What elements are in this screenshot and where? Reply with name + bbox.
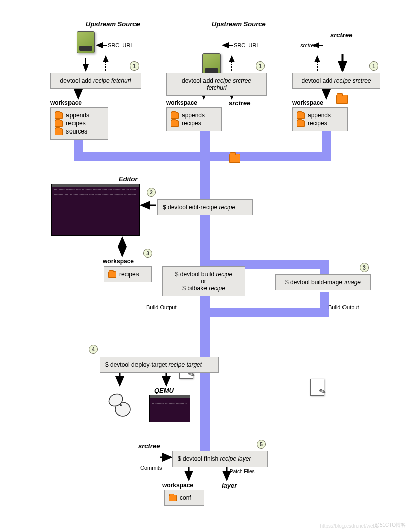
cmd-arg: recipe srctree bbox=[334, 77, 371, 84]
step-badge-4: 4 bbox=[89, 345, 98, 354]
folder-icon bbox=[169, 495, 177, 501]
folder-label: appends bbox=[308, 112, 331, 119]
upstream-source-title-2: Upstream Source bbox=[212, 20, 266, 28]
flip-phone-icon bbox=[107, 390, 132, 418]
cmd-text: $ devtool build-image bbox=[285, 279, 344, 286]
step-badge-1b: 1 bbox=[256, 61, 265, 71]
folder-label: recipes bbox=[182, 120, 201, 127]
srctree-commits-title: srctree bbox=[138, 442, 160, 450]
workspace-box-2: appends recipes bbox=[166, 107, 222, 131]
srctree-small-label: srctree bbox=[300, 42, 317, 48]
folder-icon bbox=[297, 120, 305, 127]
workspace-conf-box: conf bbox=[164, 490, 204, 506]
src-uri-label-1: SRC_URI bbox=[108, 42, 132, 48]
workspace-box-3: appends recipes bbox=[292, 107, 348, 131]
editor-title: Editor bbox=[119, 175, 138, 183]
devtool-finish-box: $ devtool finish recipe layer bbox=[172, 451, 268, 467]
devtool-build-image-box: $ devtool build-image image bbox=[275, 274, 371, 290]
devtool-add-box-2: devtool add recipe srctree fetchuri bbox=[166, 73, 267, 96]
build-output-label-1: Build Output bbox=[146, 304, 177, 310]
step-badge-1a: 1 bbox=[130, 61, 139, 71]
upstream-source-title-1: Upstream Source bbox=[86, 20, 140, 28]
folder-label: recipes bbox=[119, 271, 139, 278]
srctree-label-2: srctree bbox=[229, 99, 250, 107]
editor-terminal-icon: ~~~ ~~~~~ ~~~~~~~ ~~~~ ~~ ~~~~~ ~~~~~~~ … bbox=[51, 184, 140, 236]
qemu-title: QEMU bbox=[154, 387, 174, 394]
cmd-text: devtool add bbox=[182, 77, 215, 84]
patch-files-label: Patch Files bbox=[230, 469, 254, 474]
cmd-text: $ devtool build bbox=[175, 271, 216, 278]
cmd-arg: recipe target bbox=[168, 361, 202, 368]
step-badge-2: 2 bbox=[147, 188, 156, 197]
terminal-header bbox=[150, 395, 190, 398]
folder-icon bbox=[55, 112, 63, 119]
cmd-text: $ devtool edit-recipe bbox=[163, 204, 219, 211]
cmd-arg: recipe bbox=[216, 271, 233, 278]
folder-icon bbox=[297, 112, 305, 119]
folder-icon bbox=[55, 120, 63, 127]
cmd-text: devtool add bbox=[60, 77, 93, 84]
workspace-title-1: workspace bbox=[50, 99, 82, 106]
layer-title: layer bbox=[222, 482, 237, 489]
folder-label: recipes bbox=[66, 120, 86, 127]
srctree-folder-icon-2 bbox=[229, 154, 240, 163]
folder-label: recipes bbox=[308, 120, 327, 127]
devtool-build-box: $ devtool build recipe or $ bitbake reci… bbox=[162, 266, 245, 296]
step-badge-5: 5 bbox=[257, 440, 266, 449]
folder-icon bbox=[108, 271, 116, 278]
folder-label: appends bbox=[182, 112, 205, 119]
svg-point-32 bbox=[120, 404, 122, 406]
folder-icon bbox=[55, 128, 63, 135]
cmd-arg: image bbox=[344, 279, 361, 286]
cmd-arg: recipe bbox=[209, 285, 225, 292]
cmd-text: devtool add bbox=[301, 77, 334, 84]
workspace-title-editor: workspace bbox=[103, 258, 134, 265]
watermark-url: https://blog.csdn.net/web bbox=[320, 523, 376, 529]
folder-label: conf bbox=[180, 494, 191, 501]
folder-label: sources bbox=[66, 128, 87, 135]
commits-label: Commits bbox=[140, 464, 162, 471]
workspace-title-bottom: workspace bbox=[162, 482, 193, 489]
srctree-title-3: srctree bbox=[330, 31, 352, 39]
step-badge-3b: 3 bbox=[360, 263, 369, 272]
workspace-title-3: workspace bbox=[292, 99, 323, 106]
cmd-arg: recipe bbox=[219, 204, 235, 211]
folder-icon bbox=[171, 112, 179, 119]
document-pen-icon-2 bbox=[310, 379, 324, 396]
terminal-header bbox=[52, 184, 139, 187]
cmd-text: $ devtool deploy-target bbox=[105, 361, 168, 368]
cmd-text: $ bitbake bbox=[182, 285, 209, 292]
cmd-text: $ devtool finish bbox=[178, 455, 220, 462]
devtool-add-box-1: devtool add recipe fetchuri bbox=[50, 73, 141, 89]
step-badge-3a: 3 bbox=[143, 249, 152, 258]
folder-icon bbox=[171, 120, 179, 127]
srctree-folder-icon-3 bbox=[336, 95, 348, 104]
build-output-label-2: Build Output bbox=[328, 304, 359, 310]
or-text: or bbox=[168, 278, 240, 285]
devtool-edit-recipe-box: $ devtool edit-recipe recipe bbox=[157, 199, 253, 215]
workspace-recipes-box: recipes bbox=[104, 266, 152, 282]
qemu-terminal-icon: ~~~ ~~~~ ~~~ ~~~~~~ ~~~ ~~ ~~~~ ~~~~~~~ … bbox=[149, 395, 190, 422]
workspace-title-2: workspace bbox=[166, 99, 197, 106]
watermark-text: @51CTO博客 bbox=[375, 522, 406, 529]
devtool-deploy-target-box: $ devtool deploy-target recipe target bbox=[100, 357, 219, 373]
src-uri-label-2: SRC_URI bbox=[234, 42, 258, 48]
folder-label: appends bbox=[66, 112, 89, 119]
devtool-add-box-3: devtool add recipe srctree bbox=[292, 73, 380, 89]
server-icon-1 bbox=[77, 31, 95, 53]
workspace-box-1: appends recipes sources bbox=[50, 107, 108, 140]
step-badge-1c: 1 bbox=[369, 61, 378, 71]
cmd-arg: recipe fetchuri bbox=[93, 77, 131, 84]
cmd-arg: recipe layer bbox=[220, 455, 251, 462]
